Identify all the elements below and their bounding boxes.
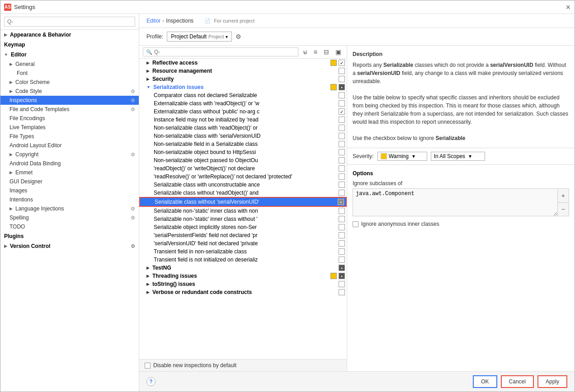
sidebar-item-copyright[interactable]: ▶ Copyright ⚙	[0, 150, 139, 159]
sidebar-item-file-code-templates[interactable]: File and Code Templates ⚙	[0, 105, 139, 114]
item-checkbox[interactable]	[339, 100, 345, 107]
item-checkbox[interactable]	[339, 190, 345, 196]
item-checkbox[interactable]	[339, 240, 345, 247]
tree-item-nonserial1[interactable]: Non-serializable class with 'readObject(…	[139, 124, 347, 132]
sidebar-item-todo[interactable]: TODO	[0, 222, 139, 231]
scope-select[interactable]: In All Scopes ▾	[431, 152, 485, 161]
tree-item-serialization[interactable]: ▼ Serialization issues ▪	[139, 83, 347, 91]
tree-item-serial-persistent[interactable]: 'serialPersistentFields' field not decla…	[139, 231, 347, 239]
item-checkbox[interactable]: ✓	[339, 60, 345, 66]
sidebar-item-plugins[interactable]: Plugins	[0, 231, 139, 241]
tree-item-nonserial4[interactable]: Non-serializable object bound to HttpSes…	[139, 148, 347, 156]
help-button[interactable]: ?	[146, 377, 156, 386]
filter-icon[interactable]: ⊌	[301, 48, 309, 56]
item-checkbox[interactable]	[339, 149, 345, 155]
item-checkbox[interactable]	[339, 182, 345, 188]
disable-inspections-check[interactable]: Disable new inspections by default	[145, 362, 236, 369]
tree-item-nonserial5[interactable]: Non-serializable object passed to Object…	[139, 156, 347, 164]
item-checkbox[interactable]	[339, 92, 345, 98]
sidebar-item-gui-designer[interactable]: GUI Designer	[0, 177, 139, 186]
view-options-icon[interactable]: ▣	[334, 48, 343, 56]
profile-gear-icon[interactable]: ⚙	[236, 33, 241, 40]
sidebar-item-editor[interactable]: ▼ Editor	[0, 50, 139, 60]
sidebar-item-inspections[interactable]: Inspections ⚙	[0, 96, 139, 105]
item-checkbox[interactable]	[339, 281, 345, 287]
tree-item-externalizable1[interactable]: Externalizable class with 'readObject()'…	[139, 99, 347, 107]
sidebar-item-code-style[interactable]: ▶ Code Style ⚙	[0, 87, 139, 96]
tree-item-comparator[interactable]: Comparator class not declared Serializab…	[139, 91, 347, 99]
tree-item-serial-inner1[interactable]: Serializable non-'static' inner class wi…	[139, 207, 347, 215]
item-checkbox[interactable]: ▪	[339, 273, 345, 279]
item-checkbox[interactable]: ✓	[339, 108, 345, 115]
tree-item-serial-unconst[interactable]: Serializable class with unconstructable …	[139, 181, 347, 189]
tree-item-tostring[interactable]: ▶ toString() issues	[139, 280, 347, 288]
tree-item-nonserial3[interactable]: Non-serializable field in a Serializable…	[139, 140, 347, 148]
item-checkbox[interactable]	[339, 76, 345, 82]
expand-all-icon[interactable]: ≡	[312, 48, 319, 56]
tree-item-serial-inner2[interactable]: Serializable non-'static' inner class wi…	[139, 215, 347, 223]
tree-search-input[interactable]	[154, 49, 295, 55]
cancel-button[interactable]: Cancel	[501, 375, 534, 388]
sidebar-item-intentions[interactable]: Intentions	[0, 195, 139, 204]
collapse-all-icon[interactable]: ⊟	[322, 48, 331, 56]
tree-item-readresolve[interactable]: 'readResolve()' or 'writeReplace()' not …	[139, 173, 347, 181]
tree-item-security[interactable]: ▶ Security	[139, 75, 347, 83]
sidebar-item-file-types[interactable]: File Types	[0, 132, 139, 141]
sidebar-item-android-data[interactable]: Android Data Binding	[0, 159, 139, 168]
sidebar-item-version-control[interactable]: ▶ Version Control ⚙	[0, 241, 139, 251]
ignore-anon-checkbox[interactable]	[353, 221, 358, 227]
tree-item-readobject[interactable]: 'readObject()' or 'writeObject()' not de…	[139, 164, 347, 173]
sidebar-item-images[interactable]: Images	[0, 186, 139, 195]
item-checkbox[interactable]	[339, 208, 345, 214]
item-checkbox[interactable]	[339, 248, 345, 255]
remove-ignore-button[interactable]: −	[558, 203, 569, 216]
sidebar-item-emmet[interactable]: ▶ Emmet	[0, 168, 139, 177]
item-checkbox[interactable]	[339, 133, 345, 139]
disable-checkbox[interactable]	[145, 363, 151, 369]
item-checkbox[interactable]: ▪	[338, 199, 344, 205]
item-checkbox[interactable]	[339, 216, 345, 222]
sidebar-item-spelling[interactable]: Spelling ⚙	[0, 213, 139, 222]
tree-item-serial-readobj[interactable]: Serializable class without 'readObject()…	[139, 189, 347, 197]
add-ignore-button[interactable]: +	[558, 189, 569, 203]
sidebar-item-color-scheme[interactable]: ▶ Color Scheme	[0, 78, 139, 87]
tree-item-reflective[interactable]: ▶ Reflective access ✓	[139, 59, 347, 67]
sidebar-item-live-templates[interactable]: Live Templates	[0, 123, 139, 132]
item-checkbox[interactable]	[339, 165, 345, 172]
tree-item-serial-private[interactable]: 'serialVersionUID' field not declared 'p…	[139, 239, 347, 247]
tree-item-nonserial2[interactable]: Non-serializable class with 'serialVersi…	[139, 132, 347, 140]
item-checkbox[interactable]: ▪	[339, 265, 345, 271]
profile-select[interactable]: Project Default Project ▾	[167, 32, 232, 42]
sidebar-item-font[interactable]: Font	[0, 69, 139, 78]
sidebar-item-keymap[interactable]: Keymap	[0, 40, 139, 50]
tree-item-transient1[interactable]: Transient field in non-serializable clas…	[139, 247, 347, 256]
item-checkbox[interactable]	[339, 141, 345, 147]
sidebar-item-language-injections[interactable]: ▶ Language Injections ⚙	[0, 204, 139, 213]
item-checkbox[interactable]: ▪	[339, 84, 345, 90]
item-checkbox[interactable]	[339, 289, 345, 295]
tree-item-threading[interactable]: ▶ Threading issues ▪	[139, 272, 347, 280]
tree-item-serial-uid[interactable]: Serializable class without 'serialVersio…	[139, 197, 347, 207]
close-button[interactable]: ✕	[566, 4, 571, 11]
tree-item-transient2[interactable]: Transient field is not initialized on de…	[139, 256, 347, 264]
tree-item-instance-field[interactable]: Instance field may not be initialized by…	[139, 116, 347, 124]
ignore-anon-check[interactable]: Ignore anonymous inner classes	[353, 221, 569, 227]
item-checkbox[interactable]	[339, 224, 345, 230]
sidebar-search-input[interactable]	[4, 17, 135, 27]
tree-item-verbose[interactable]: ▶ Verbose or redundant code constructs	[139, 288, 347, 296]
apply-button[interactable]: Apply	[537, 375, 567, 388]
item-checkbox[interactable]	[339, 125, 345, 131]
tree-item-resource[interactable]: ▶ Resource management	[139, 67, 347, 75]
tree-item-testng[interactable]: ▶ TestNG ▪	[139, 264, 347, 272]
item-checkbox[interactable]	[339, 68, 345, 74]
sidebar-item-appearance[interactable]: ▶ Appearance & Behavior	[0, 30, 139, 40]
severity-select[interactable]: Warning ▾	[377, 152, 427, 161]
tree-item-serial-stores[interactable]: Serializable object implicitly stores no…	[139, 223, 347, 231]
sidebar-item-general[interactable]: ▶ General	[0, 60, 139, 69]
item-checkbox[interactable]	[339, 232, 345, 238]
sidebar-item-android-layout[interactable]: Android Layout Editor	[0, 141, 139, 150]
tree-item-externalizable2[interactable]: Externalizable class without 'public' no…	[139, 107, 347, 116]
item-checkbox[interactable]	[339, 157, 345, 163]
ok-button[interactable]: OK	[473, 375, 497, 388]
item-checkbox[interactable]	[339, 257, 345, 263]
